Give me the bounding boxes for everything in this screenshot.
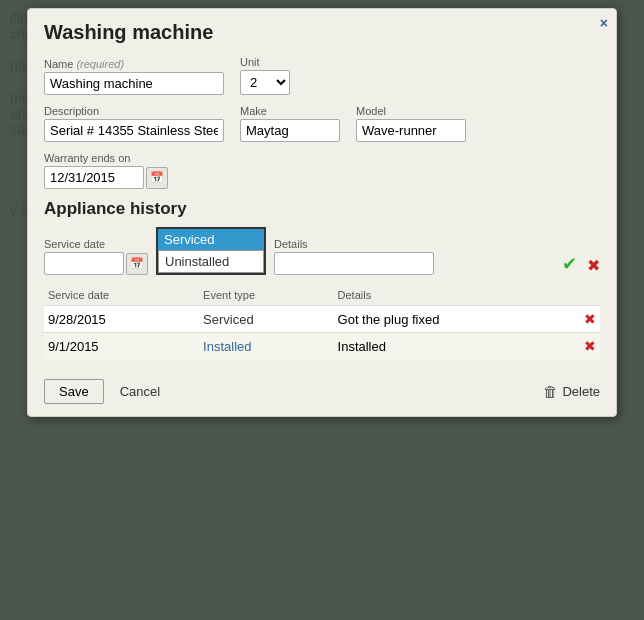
history-table: Service date Event type Details 9/28/201…: [44, 287, 600, 359]
col-event-type: Event type: [199, 287, 333, 306]
history-section-title: Appliance history: [44, 199, 600, 219]
dropdown-selected-item: Serviced: [158, 229, 264, 250]
make-input[interactable]: [240, 119, 340, 142]
details-label: Details: [274, 238, 550, 250]
service-date-calendar-button[interactable]: 📅: [126, 253, 148, 275]
event-type-dropdown[interactable]: Serviced Uninstalled: [156, 227, 266, 275]
cell-service-date: 9/1/2015: [44, 333, 199, 360]
cell-details: Installed: [334, 333, 580, 360]
history-add-row: Service date 📅 Serviced Uninstalled: [44, 227, 600, 275]
unit-label: Unit: [240, 56, 290, 68]
delete-label: Delete: [562, 384, 600, 399]
warranty-group: Warranty ends on 📅: [44, 152, 168, 189]
event-type-group: Serviced Uninstalled: [156, 227, 266, 275]
dropdown-list: Uninstalled: [158, 250, 264, 273]
model-label: Model: [356, 105, 466, 117]
row-delete-button[interactable]: ✖: [584, 338, 596, 354]
dropdown-item-uninstalled[interactable]: Uninstalled: [159, 251, 263, 272]
row-delete-button[interactable]: ✖: [584, 311, 596, 327]
name-group: Name (required): [44, 58, 224, 95]
make-group: Make: [240, 105, 340, 142]
name-unit-row: Name (required) Unit 2 1 3: [44, 56, 600, 95]
close-button[interactable]: ×: [600, 15, 608, 31]
details-group: Details: [274, 238, 550, 275]
warranty-input[interactable]: [44, 166, 144, 189]
col-delete-header: [580, 287, 600, 306]
description-input[interactable]: [44, 119, 224, 142]
save-button[interactable]: Save: [44, 379, 104, 404]
cancel-icon[interactable]: ✖: [587, 256, 600, 275]
modal-overlay: × Washing machine Name (required) Unit 2…: [0, 0, 644, 620]
service-date-group: Service date 📅: [44, 238, 148, 275]
event-type-dropdown-trigger[interactable]: Serviced Uninstalled: [156, 227, 266, 275]
warranty-label: Warranty ends on: [44, 152, 168, 164]
warranty-row: Warranty ends on 📅: [44, 152, 600, 189]
desc-make-model-row: Description Make Model: [44, 105, 600, 142]
cell-details: Got the plug fixed: [334, 306, 580, 333]
unit-group: Unit 2 1 3: [240, 56, 290, 95]
service-date-input[interactable]: [44, 252, 124, 275]
footer-left: Save Cancel: [44, 379, 168, 404]
cancel-button[interactable]: Cancel: [112, 379, 168, 404]
description-group: Description: [44, 105, 224, 142]
model-group: Model: [356, 105, 466, 142]
table-row: 9/1/2015InstalledInstalled✖: [44, 333, 600, 360]
warranty-calendar-button[interactable]: 📅: [146, 167, 168, 189]
model-input[interactable]: [356, 119, 466, 142]
make-label: Make: [240, 105, 340, 117]
col-service-date: Service date: [44, 287, 199, 306]
modal-body: Name (required) Unit 2 1 3 Description: [28, 48, 616, 371]
cell-delete: ✖: [580, 306, 600, 333]
cell-event-type: Installed: [199, 333, 333, 360]
modal-title: Washing machine: [28, 9, 616, 48]
cell-service-date: 9/28/2015: [44, 306, 199, 333]
modal-footer: Save Cancel 🗑 Delete: [28, 371, 616, 416]
service-date-label: Service date: [44, 238, 148, 250]
trash-icon: 🗑: [543, 383, 558, 400]
name-required: (required): [76, 58, 124, 70]
cell-event-type: Serviced: [199, 306, 333, 333]
unit-select[interactable]: 2 1 3: [240, 70, 290, 95]
delete-button[interactable]: 🗑 Delete: [543, 383, 600, 400]
confirm-icon[interactable]: ✔: [562, 253, 577, 275]
col-details: Details: [334, 287, 580, 306]
name-label: Name (required): [44, 58, 224, 70]
name-input[interactable]: [44, 72, 224, 95]
table-row: 9/28/2015ServicedGot the plug fixed✖: [44, 306, 600, 333]
modal: × Washing machine Name (required) Unit 2…: [27, 8, 617, 417]
cell-delete: ✖: [580, 333, 600, 360]
description-label: Description: [44, 105, 224, 117]
details-input[interactable]: [274, 252, 434, 275]
